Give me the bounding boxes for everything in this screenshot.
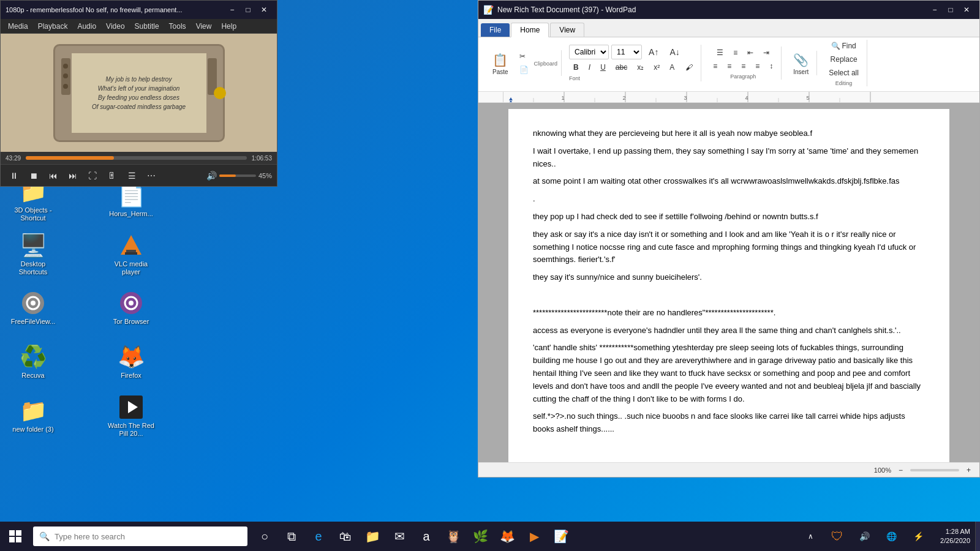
doc-para-0: nknowing what they are percieveing but h… (533, 127, 925, 140)
subscript-button[interactable]: x₂ (633, 61, 648, 73)
wp-close-button[interactable]: ✕ (959, 4, 974, 16)
search-bar[interactable]: 🔍 (33, 527, 247, 546)
replace-button[interactable]: Replace (826, 53, 862, 66)
zoom-out-button[interactable]: − (896, 466, 905, 474)
taskbar-vlc-button[interactable]: ▶ (522, 522, 546, 551)
vlc-prev-button[interactable]: ⏮ (45, 167, 62, 184)
tab-view[interactable]: View (550, 23, 584, 37)
vlc-stop-button[interactable]: ⏹ (25, 167, 42, 184)
strikethrough-button[interactable]: abc (611, 61, 631, 73)
vlc-menu-playback[interactable]: Playback (33, 19, 73, 34)
vlc-menu-tools[interactable]: Tools (164, 19, 191, 34)
font-size-select[interactable]: 11 (611, 45, 642, 59)
wp-minimize-button[interactable]: − (927, 4, 943, 16)
vlc-maximize-button[interactable]: □ (240, 4, 256, 16)
wp-title-left: 📝 New Rich Text Document (397) - WordPad (483, 5, 636, 15)
desktop-icon-vlc[interactable]: VLC media player (107, 230, 156, 279)
wp-document[interactable]: nknowing what they are percieveing but h… (508, 109, 949, 462)
vlc-progress-bar[interactable] (26, 156, 247, 160)
zoom-in-button[interactable]: + (964, 466, 973, 474)
vlc-menu-subtitle[interactable]: Subtitle (130, 19, 164, 34)
taskbar-mail-button[interactable]: ✉ (387, 522, 412, 551)
show-desktop-button[interactable] (975, 522, 980, 551)
wp-maximize-button[interactable]: □ (943, 4, 959, 16)
vlc-next-button[interactable]: ⏭ (64, 167, 81, 184)
clock[interactable]: 1:28 AM 2/26/2020 (935, 527, 975, 546)
vlc-playlist-button[interactable]: ☰ (123, 167, 140, 184)
numbered-list-button[interactable]: ≡ (729, 47, 742, 59)
tab-file[interactable]: File (481, 23, 510, 37)
find-button[interactable]: 🔍 Find (827, 40, 860, 52)
font-family-select[interactable]: Calibri (569, 45, 609, 59)
align-right-button[interactable]: ≡ (737, 60, 750, 72)
wp-title-controls: − □ ✕ (927, 4, 974, 16)
font-color-button[interactable]: A (665, 61, 680, 73)
font-grow-button[interactable]: A↑ (644, 45, 663, 59)
select-all-button[interactable]: Select all (824, 67, 863, 79)
doc-para-11: self.*>?>.no such things.. .such nice bu… (533, 410, 925, 436)
tray-network-icon[interactable]: 🌐 (879, 522, 903, 551)
align-justify-button[interactable]: ≡ (751, 60, 764, 72)
wp-content-area[interactable]: nknowing what they are percieveing but h… (478, 103, 979, 462)
desktop-icon-firefox[interactable]: 🦊 Firefox (107, 338, 156, 387)
taskbar-edge-button[interactable]: e (306, 522, 331, 551)
vlc-window: 1080p - rememberlessfool No self, no fre… (0, 0, 277, 187)
tray-battery-icon[interactable]: ⚡ (906, 522, 930, 551)
zoom-slider[interactable] (910, 469, 959, 471)
align-left-button[interactable]: ≡ (709, 60, 722, 72)
font-group: Calibri 11 A↑ A↓ B I U abc x₂ (565, 45, 701, 81)
desktop-icon-recuva[interactable]: ♻️ Recuva (9, 338, 58, 387)
vlc-menu-view[interactable]: View (191, 19, 217, 34)
bold-button[interactable]: B (569, 61, 583, 73)
align-center-button[interactable]: ≡ (723, 60, 736, 72)
taskbar-store-button[interactable]: 🛍 (333, 522, 358, 551)
paste-button[interactable]: 📋 Paste (487, 51, 514, 75)
line-spacing-button[interactable]: ↕ (765, 60, 777, 72)
doc-para-2: at some point I am waiting otat other cr… (533, 175, 925, 188)
taskbar-firefox-button[interactable]: 🦊 (495, 522, 519, 551)
superscript-button[interactable]: x² (649, 61, 664, 73)
vlc-menu-help[interactable]: Help (216, 19, 241, 34)
highlight-button[interactable]: 🖌 (681, 61, 697, 73)
vlc-menu-video[interactable]: Video (101, 19, 129, 34)
vlc-close-button[interactable]: ✕ (256, 4, 272, 16)
start-button[interactable] (0, 522, 31, 551)
desktop-icon-new-folder[interactable]: 📁 new folder (3) (9, 392, 58, 441)
vlc-minimize-button[interactable]: − (224, 4, 240, 16)
taskbar-tripadvisor-button[interactable]: 🦉 (441, 522, 466, 551)
italic-button[interactable]: I (584, 61, 595, 73)
tray-volume-icon[interactable]: 🔊 (852, 522, 876, 551)
tray-chevron-button[interactable]: ∧ (798, 522, 823, 551)
taskbar-cortana-button[interactable]: ○ (252, 522, 277, 551)
vlc-extended-button[interactable]: 🎚 (104, 167, 121, 184)
taskbar-multitask-button[interactable]: ⧉ (279, 522, 304, 551)
paragraph-group: ☰ ≡ ⇤ ⇥ ≡ ≡ ≡ ≡ ↕ Paragraph (705, 47, 782, 80)
tv-screen: My job is to help destroy What's left of… (72, 53, 206, 133)
vlc-volume-bar[interactable] (219, 174, 256, 177)
taskbar-explorer-button[interactable]: 📁 (360, 522, 385, 551)
find-icon: 🔍 (831, 42, 840, 50)
vlc-pause-button[interactable]: ⏸ (6, 167, 23, 184)
taskbar-amazon-button[interactable]: a (414, 522, 439, 551)
tab-home[interactable]: Home (511, 23, 549, 37)
cut-button[interactable]: ✂ (515, 50, 533, 62)
desktop-icon-tor-browser[interactable]: Tor Browser (107, 284, 156, 333)
desktop-icon-desktop-shortcuts[interactable]: 🖥️ Desktop Shortcuts (9, 230, 58, 279)
vlc-more-button[interactable]: ⋯ (143, 167, 160, 184)
copy-button[interactable]: 📄 (515, 64, 533, 76)
insert-button[interactable]: 📎 Insert (789, 51, 813, 75)
vlc-menu-media[interactable]: Media (3, 19, 33, 34)
font-shrink-button[interactable]: A↓ (665, 45, 684, 59)
list-button[interactable]: ☰ (712, 47, 728, 59)
indent-decrease-button[interactable]: ⇤ (743, 47, 758, 59)
taskbar-search-input[interactable] (55, 532, 226, 541)
taskbar-tor-button[interactable]: 🌿 (468, 522, 492, 551)
desktop-icon-freefileview[interactable]: FreeFileView... (9, 284, 58, 333)
vlc-menu-audio[interactable]: Audio (72, 19, 101, 34)
desktop-icon-watch-red-pill[interactable]: Watch The Red Pill 20... (107, 392, 156, 441)
vlc-menubar: Media Playback Audio Video Subtitle Tool… (1, 19, 277, 34)
underline-button[interactable]: U (596, 61, 610, 73)
taskbar-wordpad-button[interactable]: 📝 (549, 522, 573, 551)
indent-increase-button[interactable]: ⇥ (759, 47, 774, 59)
vlc-fullscreen-button[interactable]: ⛶ (84, 167, 101, 184)
